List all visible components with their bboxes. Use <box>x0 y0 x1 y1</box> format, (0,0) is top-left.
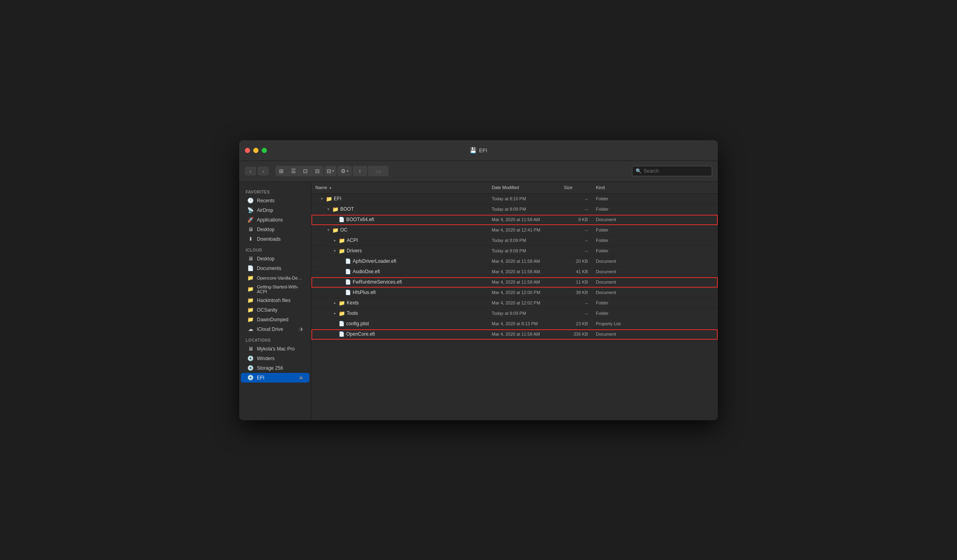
table-row[interactable]: 📄 AudioDxe.efi Mar 4, 2020 at 11:58 AM 4… <box>311 267 718 277</box>
storage-icon: 💿 <box>247 365 254 371</box>
close-button[interactable] <box>245 148 250 153</box>
expand-icon[interactable]: ▾ <box>319 197 324 201</box>
table-row[interactable]: 📄 BOOTx64.efi Mar 4, 2020 at 11:58 AM 9 … <box>311 215 718 225</box>
locations-header: Locations <box>239 334 311 344</box>
expand-icon[interactable]: ▾ <box>326 228 331 232</box>
back-button[interactable]: ‹ <box>245 167 256 175</box>
applications-icon: 🚀 <box>247 217 254 223</box>
sidebar-item-downloads[interactable]: ⬇ Downloads <box>241 234 309 244</box>
view-dropdown[interactable]: ⊟ ▾ <box>324 166 337 176</box>
sidebar-item-label: AirDrop <box>257 207 273 213</box>
sidebar-item-hackintosh[interactable]: 📁 Hackintosh files <box>241 296 309 305</box>
kind-column-header[interactable]: Kind <box>592 185 718 190</box>
file-size: 38 KB <box>560 290 592 295</box>
downloads-icon: ⬇ <box>247 236 254 242</box>
sidebar-item-airdrop[interactable]: 📡 AirDrop <box>241 205 309 215</box>
folder-icon: 📁 <box>326 196 332 202</box>
table-row[interactable]: ▾ 📁 ACPI Today at 8:09 PM -- Folder <box>311 236 718 246</box>
icon-view-button[interactable]: ⊞ <box>275 166 287 176</box>
file-size: -- <box>560 311 592 316</box>
search-bar[interactable]: 🔍 <box>632 166 712 176</box>
file-name-cell: 📄 config.plist <box>311 321 488 326</box>
date-column-header[interactable]: Date Modified <box>488 185 560 190</box>
file-list: Name ▲ Date Modified Size Kind ▾ 📁 <box>311 182 718 420</box>
eject-button[interactable]: ⏏ <box>299 375 303 380</box>
gallery-view-button[interactable]: ⊟ <box>311 166 323 176</box>
maximize-button[interactable] <box>262 148 267 153</box>
table-row[interactable]: 📄 FwRuntimeServices.efi Mar 4, 2020 at 1… <box>311 277 718 288</box>
folder-icon: 📁 <box>247 297 254 304</box>
file-size: 20 KB <box>560 259 592 264</box>
gear-button[interactable]: ⚙ ▾ <box>337 166 352 176</box>
file-name-cell: ▾ 📁 Tools <box>311 310 488 316</box>
table-row[interactable]: ▾ 📁 OC Mar 4, 2020 at 12:41 PM -- Folder <box>311 225 718 236</box>
table-row[interactable]: ▾ 📁 Kexts Mar 4, 2020 at 12:02 PM -- Fol… <box>311 298 718 308</box>
file-kind: Document <box>592 259 718 264</box>
table-row[interactable]: 📄 OpenCore.efi Mar 4, 2020 at 11:58 AM 3… <box>311 329 718 340</box>
file-name: AudioDxe.efi <box>353 269 380 274</box>
sidebar-item-mac-pro[interactable]: 🖥 Mykola's Mac Pro <box>241 344 309 354</box>
sidebar-item-label: EFI <box>257 375 264 381</box>
expand-icon[interactable]: ▾ <box>332 249 337 253</box>
sidebar-item-icloud-drive[interactable]: ☁ iCloud Drive ◑ <box>241 324 309 334</box>
expand-icon[interactable]: ▾ <box>333 311 337 316</box>
sidebar-item-label: DawinDumped <box>257 317 289 322</box>
expand-icon[interactable]: ▾ <box>333 300 337 305</box>
table-row[interactable]: 📄 ApfsDriverLoader.efi Mar 4, 2020 at 11… <box>311 256 718 267</box>
forward-button[interactable]: › <box>258 167 269 175</box>
file-name-cell: 📄 ApfsDriverLoader.efi <box>311 258 488 264</box>
sidebar-item-recents[interactable]: 🕐 Recents <box>241 196 309 205</box>
list-view-button[interactable]: ☰ <box>287 166 299 176</box>
toolbar: ‹ › ⊞ ☰ ⊡ ⊟ ⊟ ▾ ⚙ ▾ ↑ ▭ <box>239 161 718 182</box>
file-size: 9 KB <box>560 217 592 222</box>
sidebar-item-ocsanity[interactable]: 📁 OCSanity <box>241 305 309 315</box>
table-row[interactable]: ▾ 📁 BOOT Today at 8:09 PM -- Folder <box>311 204 718 215</box>
search-input[interactable] <box>644 168 709 174</box>
file-date: Mar 4, 2020 at 11:58 AM <box>488 280 560 284</box>
column-view-button[interactable]: ⊡ <box>299 166 311 176</box>
folder-icon: 📁 <box>247 316 254 323</box>
file-kind: Folder <box>592 207 718 212</box>
airdrop-icon: 📡 <box>247 207 254 214</box>
sidebar-item-opencore-vanilla[interactable]: 📁 Opencore-Vanilla-Desktop-Guide <box>241 273 309 283</box>
table-row[interactable]: 📄 config.plist Mar 4, 2020 at 8:13 PM 23… <box>311 319 718 329</box>
name-column-header[interactable]: Name ▲ <box>311 185 488 190</box>
sidebar-item-storage256[interactable]: 💿 Storage 256 <box>241 363 309 373</box>
sidebar-item-label: Storage 256 <box>257 365 283 371</box>
file-size: -- <box>560 207 592 212</box>
sidebar-item-winders[interactable]: 💿 Winders <box>241 354 309 363</box>
minimize-button[interactable] <box>253 148 258 153</box>
icloud-header: iCloud <box>239 244 311 254</box>
file-kind: Document <box>592 280 718 284</box>
table-row[interactable]: ▾ 📁 Drivers Today at 8:09 PM -- Folder <box>311 246 718 256</box>
date-header-text: Date Modified <box>492 185 519 190</box>
sidebar-item-desktop[interactable]: 🖥 Desktop <box>241 225 309 234</box>
share-button[interactable]: ↑ <box>353 166 367 176</box>
table-row[interactable]: ▾ 📁 Tools Today at 8:09 PM -- Folder <box>311 308 718 319</box>
document-icon: 📄 <box>345 290 351 295</box>
document-icon: 📄 <box>339 217 345 222</box>
sidebar-item-efi[interactable]: 💿 EFI ⏏ <box>241 373 309 383</box>
file-name: FwRuntimeServices.efi <box>353 279 402 285</box>
file-size: -- <box>560 228 592 232</box>
sidebar-item-dawndumped[interactable]: 📁 DawinDumped <box>241 315 309 324</box>
sidebar-item-label: Desktop <box>257 227 275 232</box>
sidebar-item-icloud-desktop[interactable]: 🖥 Desktop <box>241 254 309 264</box>
edit-button[interactable]: ▭ <box>368 166 389 176</box>
sidebar-item-label: iCloud Drive <box>257 326 283 332</box>
expand-icon[interactable]: ▾ <box>326 207 331 211</box>
file-kind: Folder <box>592 311 718 316</box>
gear-icon: ⚙ <box>341 168 346 174</box>
sidebar-item-documents[interactable]: 📄 Documents <box>241 264 309 273</box>
file-kind: Property List <box>592 321 718 326</box>
file-name: BOOT <box>340 206 354 212</box>
sidebar-item-getting-started[interactable]: 📁 Getting-Started-With-ACPI <box>241 283 309 296</box>
file-name: EFI <box>334 196 341 201</box>
kind-header-text: Kind <box>596 185 605 190</box>
expand-icon[interactable]: ▾ <box>333 238 337 243</box>
efi-icon: 💿 <box>247 375 254 381</box>
sidebar-item-applications[interactable]: 🚀 Applications <box>241 215 309 225</box>
table-row[interactable]: ▾ 📁 EFI Today at 8:10 PM -- Folder <box>311 194 718 204</box>
size-column-header[interactable]: Size <box>560 185 592 190</box>
table-row[interactable]: 📄 HfsPlus.efi Mar 4, 2020 at 12:00 PM 38… <box>311 288 718 298</box>
